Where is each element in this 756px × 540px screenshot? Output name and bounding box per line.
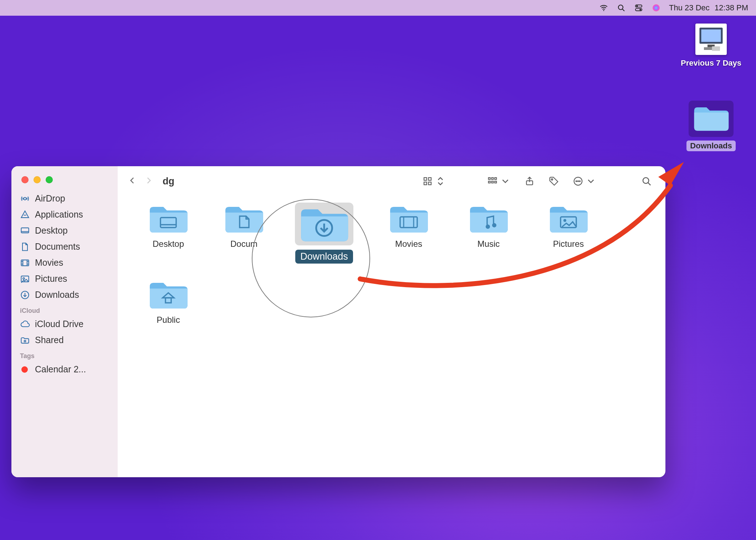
svg-point-6 [639, 9, 641, 10]
svg-point-13 [24, 197, 26, 200]
folder-item-documents[interactable]: Docum [208, 200, 280, 264]
wifi-icon[interactable] [599, 3, 608, 12]
svg-rect-16 [21, 260, 29, 265]
svg-rect-9 [701, 30, 721, 42]
airdrop-icon [20, 194, 30, 204]
svg-rect-28 [429, 178, 431, 180]
window-controls [11, 173, 118, 190]
svg-rect-33 [495, 178, 496, 179]
back-button[interactable] [128, 176, 137, 187]
desktop-icon [20, 226, 30, 236]
finder-content: dg [118, 166, 665, 477]
finder-window: AirDrop Applications Desktop Documents M… [11, 166, 665, 477]
desktop: Thu 23 Dec 12:38 PM Previous 7 Days Down… [0, 0, 756, 540]
sidebar-item-applications[interactable]: Applications [11, 207, 118, 223]
tags-button[interactable] [545, 174, 563, 189]
share-button[interactable] [521, 174, 538, 189]
sidebar-item-airdrop[interactable]: AirDrop [11, 190, 118, 207]
search-button[interactable] [638, 174, 655, 189]
chevron-down-icon [586, 176, 596, 187]
movies-icon [20, 258, 30, 268]
sidebar-item-label: iCloud Drive [35, 319, 83, 329]
sidebar-item-movies[interactable]: Movies [11, 255, 118, 271]
desktop-item-label: Downloads [686, 141, 735, 151]
svg-point-0 [603, 10, 604, 11]
svg-point-41 [578, 181, 579, 182]
view-icons-button[interactable] [419, 174, 449, 189]
svg-point-38 [551, 179, 553, 180]
sidebar-item-shared[interactable]: Shared [11, 332, 118, 348]
svg-rect-12 [712, 46, 720, 51]
svg-point-4 [636, 5, 638, 7]
downloads-icon [20, 290, 30, 300]
forward-button[interactable] [144, 176, 153, 187]
svg-point-52 [563, 219, 566, 222]
folder-label: Downloads [295, 250, 353, 264]
folder-item-music[interactable]: Music [449, 200, 528, 264]
folder-label: Desktop [153, 239, 184, 249]
folder-item-desktop[interactable]: Desktop [128, 200, 208, 264]
sidebar-item-label: Pictures [35, 274, 67, 284]
menubar-date[interactable]: Thu 23 Dec [669, 3, 710, 12]
folder-label: Music [477, 239, 500, 249]
finder-title: dg [163, 176, 174, 187]
folder-icon [387, 203, 430, 235]
sidebar-item-label: Shared [35, 335, 64, 345]
menu-bar: Thu 23 Dec 12:38 PM [0, 0, 756, 16]
svg-point-24 [23, 277, 25, 279]
svg-rect-34 [489, 181, 490, 183]
spotlight-icon[interactable] [617, 4, 625, 12]
folder-item-movies[interactable]: Movies [369, 200, 449, 264]
finder-file-grid: Desktop Docum [118, 196, 665, 477]
desktop-item-previous-7-days[interactable]: Previous 7 Days [686, 24, 736, 68]
folder-label: Public [157, 315, 180, 325]
menubar-time[interactable]: 12:38 PM [715, 3, 748, 12]
shared-folder-icon [20, 335, 30, 345]
documents-icon [20, 242, 30, 252]
sidebar-item-label: Documents [35, 241, 80, 252]
sidebar-item-downloads[interactable]: Downloads [11, 287, 118, 303]
svg-line-44 [648, 183, 650, 185]
folder-icon [547, 203, 590, 235]
siri-icon[interactable] [652, 4, 660, 12]
svg-point-40 [576, 181, 577, 182]
folder-label: Movies [395, 239, 422, 249]
folder-icon [467, 203, 510, 235]
sidebar-item-icloud-drive[interactable]: iCloud Drive [11, 316, 118, 332]
sidebar-item-documents[interactable]: Documents [11, 239, 118, 255]
folder-item-downloads[interactable]: Downloads [280, 200, 369, 264]
sidebar-item-label: AirDrop [35, 193, 65, 204]
more-button[interactable] [569, 174, 600, 189]
finder-toolbar: dg [118, 166, 665, 196]
folder-label: Docum [230, 239, 257, 249]
finder-sidebar: AirDrop Applications Desktop Documents M… [11, 166, 118, 477]
desktop-item-downloads[interactable]: Downloads [686, 101, 736, 151]
group-by-button[interactable] [484, 174, 514, 189]
svg-rect-30 [429, 182, 431, 185]
svg-rect-31 [489, 178, 490, 179]
sidebar-tag-item[interactable]: Calendar 2... [11, 361, 118, 377]
sidebar-item-desktop[interactable]: Desktop [11, 223, 118, 239]
chevron-down-icon [500, 176, 511, 187]
svg-rect-35 [492, 181, 494, 183]
sidebar-item-pictures[interactable]: Pictures [11, 271, 118, 287]
apps-icon [20, 210, 30, 220]
control-center-icon[interactable] [634, 4, 643, 12]
maximize-button[interactable] [46, 176, 53, 183]
folder-item-pictures[interactable]: Pictures [528, 200, 608, 264]
minimize-button[interactable] [34, 176, 41, 183]
chevron-updown-icon [435, 176, 446, 187]
folder-icon [223, 203, 265, 235]
sidebar-item-label: Applications [35, 209, 83, 220]
folder-item-public[interactable]: Public [128, 276, 208, 325]
folder-icon [147, 279, 190, 311]
close-button[interactable] [21, 176, 29, 183]
tag-color-dot [21, 366, 28, 373]
sidebar-item-label: Desktop [35, 225, 68, 236]
pictures-icon [20, 274, 30, 284]
folder-label: Pictures [553, 239, 584, 249]
svg-point-7 [653, 4, 660, 11]
svg-point-1 [618, 5, 623, 10]
svg-rect-14 [21, 228, 29, 233]
folder-icon [297, 204, 351, 244]
